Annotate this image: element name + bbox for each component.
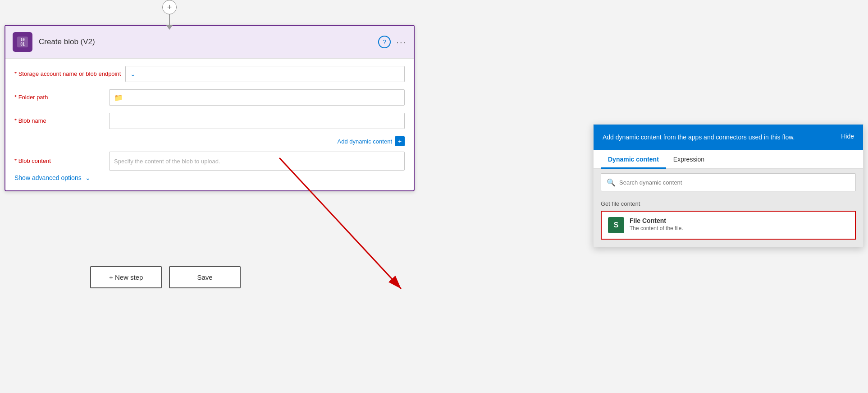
panel-header: Add dynamic content from the apps and co…	[594, 125, 863, 150]
new-step-button[interactable]: + New step	[90, 266, 162, 288]
storage-input[interactable]: ⌄	[125, 66, 405, 82]
add-step-circle[interactable]: +	[162, 0, 177, 14]
tab-expression-label: Expression	[673, 156, 704, 163]
blob-content-row: * Blob content Specify the content of th…	[14, 152, 405, 171]
tab-dynamic-content[interactable]: Dynamic content	[601, 150, 666, 169]
blob-content-placeholder: Specify the content of the blob to uploa…	[114, 158, 220, 165]
tab-expression[interactable]: Expression	[666, 150, 712, 169]
show-advanced-options[interactable]: Show advanced options ⌄	[14, 174, 405, 181]
card-title: Create blob (V2)	[39, 37, 95, 46]
show-advanced-label: Show advanced options	[14, 174, 82, 181]
search-input[interactable]	[619, 179, 850, 186]
folder-icon: 📁	[114, 93, 123, 102]
search-box[interactable]: 🔍	[601, 173, 856, 191]
svg-text:01: 01	[20, 42, 25, 46]
card-icon: 10 01	[13, 32, 32, 52]
storage-dropdown-icon: ⌄	[130, 70, 136, 78]
panel-header-text: Add dynamic content from the apps and co…	[603, 133, 795, 142]
file-content-item[interactable]: S File Content The content of the file.	[601, 211, 856, 240]
item-text: File Content The content of the file.	[630, 217, 683, 231]
connector-arrow	[166, 25, 173, 30]
top-connector: +	[162, 0, 177, 30]
dynamic-content-panel: Add dynamic content from the apps and co…	[593, 124, 863, 247]
item-name: File Content	[630, 217, 683, 224]
panel-search-area: 🔍	[594, 169, 863, 196]
folder-label: * Folder path	[14, 93, 105, 102]
card-header-right: ? ···	[378, 36, 407, 48]
item-icon-letter: S	[614, 221, 619, 229]
save-button[interactable]: Save	[169, 266, 240, 288]
storage-account-row: * Storage account name or blob endpoint …	[14, 66, 405, 82]
card-header-left: 10 01 Create blob (V2)	[13, 32, 95, 52]
panel-content: Get file content S File Content The cont…	[594, 196, 863, 247]
connector-line	[169, 14, 170, 25]
file-content-icon: S	[608, 217, 624, 233]
storage-label: * Storage account name or blob endpoint	[14, 70, 121, 78]
svg-text:10: 10	[20, 38, 25, 42]
search-icon: 🔍	[607, 178, 616, 187]
card-header: 10 01 Create blob (V2) ? ···	[5, 26, 414, 59]
blob-name-row: * Blob name	[14, 113, 405, 129]
help-icon: ?	[383, 38, 386, 46]
dynamic-content-link-row: Add dynamic content +	[14, 136, 405, 146]
main-canvas: + 10 01 Create blob (V2) ? ···	[0, 0, 868, 393]
item-description: The content of the file.	[630, 225, 683, 231]
card-body: * Storage account name or blob endpoint …	[5, 59, 414, 190]
more-button[interactable]: ···	[396, 37, 407, 47]
blob-name-label: * Blob name	[14, 117, 105, 125]
add-dynamic-button[interactable]: +	[395, 136, 405, 146]
bottom-buttons: + New step Save	[90, 266, 241, 288]
blob-content-label: * Blob content	[14, 157, 105, 165]
tab-dynamic-content-label: Dynamic content	[608, 156, 659, 163]
add-dynamic-link[interactable]: Add dynamic content	[338, 138, 392, 145]
folder-path-row: * Folder path 📁	[14, 89, 405, 106]
panel-section-title: Get file content	[601, 196, 856, 211]
blob-content-input[interactable]: Specify the content of the blob to uploa…	[109, 152, 405, 171]
folder-input[interactable]: 📁	[109, 89, 405, 106]
panel-tabs: Dynamic content Expression	[594, 150, 863, 169]
help-button[interactable]: ?	[378, 36, 391, 48]
create-blob-card: 10 01 Create blob (V2) ? ··· * Storage a…	[5, 25, 415, 191]
blob-name-input[interactable]	[109, 113, 405, 129]
chevron-down-icon: ⌄	[85, 174, 91, 181]
panel-hide-button[interactable]: Hide	[841, 133, 854, 140]
